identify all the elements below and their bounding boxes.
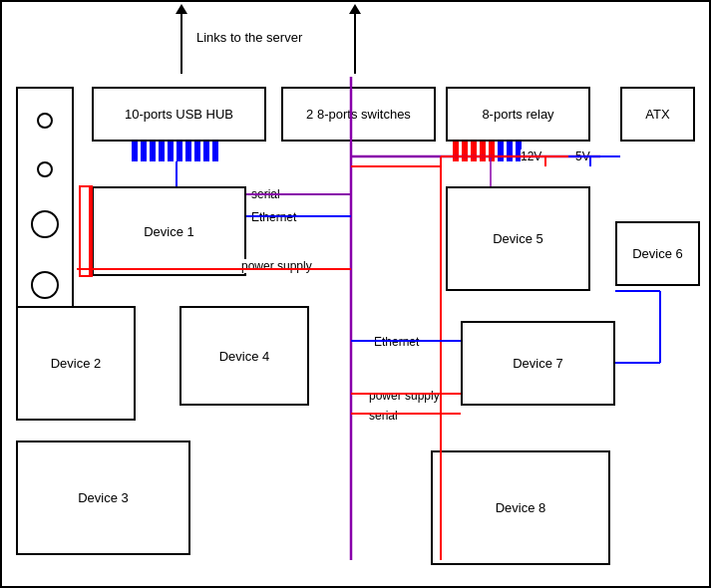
arrow-right bbox=[349, 4, 361, 74]
svg-rect-18 bbox=[80, 186, 92, 276]
diagram-canvas: Links to the server 10-ports USB HUB 2 8… bbox=[0, 0, 711, 588]
usb-pins bbox=[132, 142, 218, 161]
device2-label: Device 2 bbox=[51, 356, 102, 371]
device4-box: Device 4 bbox=[179, 306, 309, 406]
arrow-left bbox=[176, 4, 187, 74]
atx-label: ATX bbox=[645, 107, 669, 122]
device2-box: Device 2 bbox=[16, 306, 136, 421]
relay-label: 8-ports relay bbox=[482, 107, 553, 122]
dot-2 bbox=[37, 161, 53, 177]
circle-2 bbox=[31, 271, 59, 299]
device1-label: Device 1 bbox=[144, 224, 194, 239]
device7-label: Device 7 bbox=[513, 356, 563, 371]
usb-hub-label: 10-ports USB HUB bbox=[125, 107, 233, 122]
ethernet-top-label: Ethernet bbox=[251, 210, 296, 224]
circle-1 bbox=[31, 210, 59, 238]
relay-box: 8-ports relay bbox=[446, 87, 590, 142]
device8-label: Device 8 bbox=[496, 500, 546, 515]
device4-label: Device 4 bbox=[219, 349, 270, 364]
relay-pins bbox=[453, 142, 522, 161]
server-link-label: Links to the server bbox=[196, 30, 302, 45]
device7-box: Device 7 bbox=[461, 321, 615, 406]
device5-box: Device 5 bbox=[446, 186, 590, 291]
v12-label: 12V bbox=[521, 149, 541, 163]
serial-top-label: serial bbox=[251, 187, 280, 201]
ethernet-mid-label: Ethernet bbox=[374, 335, 419, 349]
power-supply-mid-label: power supply bbox=[369, 389, 440, 403]
v5-label: 5V bbox=[575, 149, 590, 163]
device3-box: Device 3 bbox=[16, 441, 190, 555]
device1-box: Device 1 bbox=[92, 186, 246, 276]
device5-label: Device 5 bbox=[493, 231, 543, 246]
serial-mid-label: serial bbox=[369, 409, 398, 423]
device6-label: Device 6 bbox=[632, 246, 683, 261]
switches-box: 2 8-ports switches bbox=[281, 87, 436, 142]
power-supply-top-label: power supply bbox=[241, 259, 312, 273]
device3-label: Device 3 bbox=[78, 490, 129, 505]
device8-box: Device 8 bbox=[431, 450, 610, 565]
dot-1 bbox=[37, 113, 53, 129]
usb-hub-box: 10-ports USB HUB bbox=[92, 87, 266, 142]
device6-box: Device 6 bbox=[615, 221, 700, 286]
atx-box: ATX bbox=[620, 87, 695, 142]
switches-label: 2 8-ports switches bbox=[306, 107, 411, 122]
